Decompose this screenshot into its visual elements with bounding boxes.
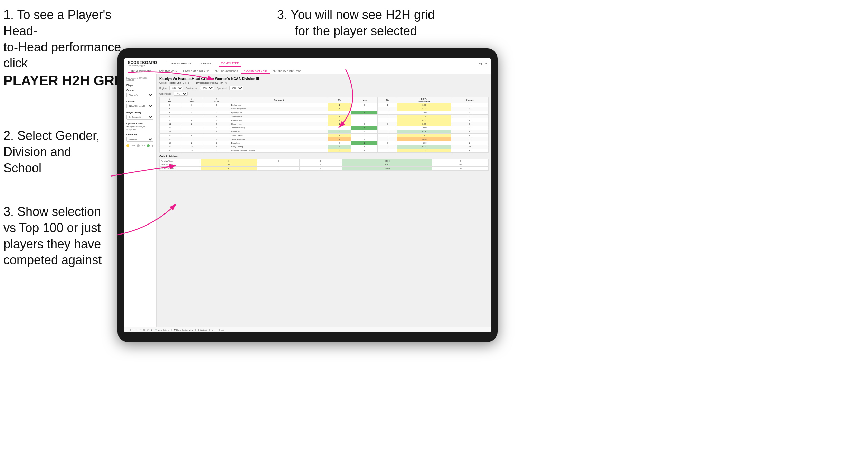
td-win: 2 [328,118,351,122]
td-reg: 7 [180,130,204,134]
logo-area: SCOREBOARD Powered by clippd [128,60,157,67]
sub-player-summary[interactable]: PLAYER SUMMARY [212,68,241,74]
td-reg: 6 [180,118,204,122]
td-reg: 1 [180,137,204,141]
td-opponent: Sharon Mun [230,115,328,118]
ood-table-row: NAIA Division 1 15 0 0 9.267 30 [160,163,489,167]
td-rounds: 11 [451,145,489,149]
filter-conference-select[interactable]: (All) [200,86,214,90]
td-opponent: Jessica Mason [230,137,328,141]
sub-player-h2h-heatmap[interactable]: PLAYER H2H HEATMAP [270,68,304,74]
td-loss: 0 [351,134,377,137]
ood-table-row: NCAA Division 2 5 0 0 7.400 10 [160,167,489,171]
toolbar-view[interactable]: 📋 View: Original [157,329,169,331]
td-win: 0 [328,126,351,130]
ood-tie: 0 [300,159,342,163]
td-rounds: 2 [451,126,489,130]
tablet-screen: SCOREBOARD Powered by clippd TOURNAMENTS… [124,58,491,332]
table-row: 9 1 4 Sharon Mun 1 0 0 3.67 3 [160,115,489,118]
th-diff: Diff AvStrokes/Rnd [397,97,451,103]
sidebar-colour-select[interactable]: Win/loss [126,137,153,142]
opponents-select[interactable]: (All) [174,92,188,96]
ood-diff: 9.267 [342,163,432,167]
td-win: 1 [328,115,351,118]
sub-team-summary[interactable]: TEAM SUMMARY [128,68,154,74]
ood-label: NCAA Division 2 [160,167,201,171]
table-row: 10 6 3 Andrea York 2 0 0 4.00 4 [160,118,489,122]
sidebar-player-rank-section: Player (Rank) 8. Katelyn Vo [126,111,153,120]
sidebar-player-rank-select[interactable]: 8. Katelyn Vo [126,115,153,120]
nav-tournaments[interactable]: TOURNAMENTS [166,60,193,66]
td-diff: 1.50 [397,103,451,107]
td-reg: 1 [180,115,204,118]
toolbar-sep4: | [195,329,196,331]
th-rounds: Rounds [451,97,489,103]
legend-up: Up [151,145,153,147]
td-reg: 2 [180,141,204,145]
toolbar-save[interactable]: 💾 Save Custom View [174,329,193,331]
nav-committee[interactable]: COMMITTEE [219,60,242,67]
table-row: 6 3 3 Sydney Kuo 0 1 0 -1.00 3 [160,111,489,115]
table-header-row: #Div #Reg #Conf Opponent Win Loss Tie Di… [160,97,489,103]
ood-win: 1 [201,159,257,163]
td-loss: 1 [351,149,377,153]
sidebar-gender-select[interactable]: Women's [126,93,153,97]
td-tie: 0 [378,126,397,130]
td-tie: 0 [378,145,397,149]
td-conf: 4 [204,115,230,118]
ood-loss: 0 [257,167,300,171]
nav-teams[interactable]: TEAMS [199,60,214,66]
sidebar-player-rank-label: Player (Rank) [126,111,153,114]
ood-label: NAIA Division 1 [160,163,201,167]
td-div: 10 [160,118,180,122]
th-div: #Div [160,97,180,103]
sidebar-colour-label: Colour by [126,133,153,136]
table-row: 15 8 5 Stella Cheng 1 0 0 1.25 4 [160,134,489,137]
instruction-top-left: 1. To see a Player's Head- to-Head perfo… [3,7,135,89]
td-opponent: Federica Domecq Lacroze [230,149,328,153]
toolbar-download[interactable]: ↓ [212,329,213,331]
sign-out[interactable]: Sign out [478,62,487,65]
td-win: 1 [328,103,351,107]
toolbar-share[interactable]: ↑ Share [217,329,224,331]
td-div: 14 [160,130,180,134]
td-tie: 0 [378,141,397,145]
filter-conference-label: Conference [186,87,198,89]
td-diff: 1.25 [397,134,451,137]
radio-top100[interactable]: ○ Top 100 [126,128,153,131]
td-rounds: 4 [451,103,489,107]
ood-table-row: Foreign Team 1 0 0 4.500 2 [160,159,489,163]
ood-diff: 4.500 [342,159,432,163]
opponents-row: Opponents: (All) [159,92,489,96]
toolbar-watch[interactable]: 👁 Watch ▾ [198,329,207,331]
radio-opponents[interactable]: ● Opponents Played [126,126,153,128]
td-opponent: Emily Chang [230,145,328,149]
td-opponent: Euna Lee [230,141,328,145]
table-row: 20 11 7 Federica Domecq Lacroze 2 1 0 1.… [160,149,489,153]
sub-player-h2h-grid[interactable]: PLAYER H2H GRID [241,68,270,74]
td-win: 0 [328,111,351,115]
td-diff: 1.33 [397,149,451,153]
td-tie: 0 [378,111,397,115]
filter-region-select[interactable]: (All) [169,86,183,90]
sidebar-opponent-view-label: Opponent view [126,122,153,125]
sidebar-opponent-view-section: Opponent view ● Opponents Played ○ Top 1… [126,122,153,131]
instr-line1: 1. To see a Player's Head- [3,8,111,38]
sub-team-h2h-heatmap[interactable]: TEAM H2H HEATMAP [180,68,211,74]
td-conf: 5 [204,122,230,126]
td-rounds: 7 [451,137,489,141]
sidebar-player-section: Player [126,84,153,86]
filter-row: Region (All) Conference (All) Opponent (… [159,86,489,90]
ood-rounds: 30 [432,163,489,167]
ood-rounds: 10 [432,167,489,171]
sub-team-h2h-grid[interactable]: TEAM H2H GRID [154,68,180,74]
sidebar-colour-section: Colour by Win/loss [126,133,153,142]
td-loss: 1 [351,145,377,149]
sidebar-division-select[interactable]: NCAA Division III [126,104,153,108]
dot-down [126,144,129,147]
td-div: 20 [160,149,180,153]
sidebar-division-section: Division NCAA Division III [126,100,153,108]
sidebar: Last Updated: 27/03/2024 16:55:38 Player… [124,74,157,331]
td-win: 1 [328,107,351,111]
filter-opponent-select[interactable]: (All) [229,86,243,90]
